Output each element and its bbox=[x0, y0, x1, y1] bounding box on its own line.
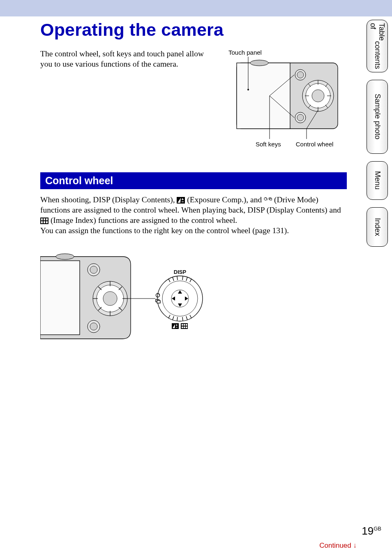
camera-diagram-top: Touch panel bbox=[224, 49, 347, 148]
diagram-bottom-labels: Soft keys Control wheel bbox=[224, 141, 347, 148]
tab-table-of-contents[interactable]: Table of contents bbox=[367, 20, 388, 72]
svg-rect-29 bbox=[182, 198, 183, 200]
tab-label: Table of bbox=[369, 23, 386, 41]
tab-label: contents bbox=[373, 41, 382, 69]
camera-top-illustration bbox=[224, 57, 339, 139]
top-color-band bbox=[0, 0, 392, 16]
svg-point-19 bbox=[247, 89, 249, 90]
svg-line-67 bbox=[182, 276, 183, 280]
svg-line-72 bbox=[177, 317, 178, 321]
svg-point-2 bbox=[250, 60, 268, 66]
tab-sample-photo[interactable]: Sample photo bbox=[367, 80, 388, 154]
svg-rect-95 bbox=[186, 326, 187, 328]
svg-rect-42 bbox=[46, 221, 48, 223]
page-title: Operating the camera bbox=[40, 20, 347, 40]
svg-rect-94 bbox=[184, 326, 185, 328]
control-wheel-paragraph: When shooting, DISP (Display Contents), … bbox=[40, 195, 347, 226]
svg-rect-37 bbox=[41, 218, 43, 220]
svg-rect-35 bbox=[270, 199, 272, 200]
label-control-wheel: Control wheel bbox=[296, 141, 334, 148]
svg-point-48 bbox=[90, 323, 97, 330]
svg-line-66 bbox=[177, 276, 178, 280]
page-number-suffix: GB bbox=[374, 526, 381, 532]
svg-rect-87 bbox=[176, 324, 177, 326]
page-number: 19GB bbox=[362, 525, 381, 537]
svg-rect-41 bbox=[44, 221, 45, 223]
label-touch-panel: Touch panel bbox=[228, 49, 347, 56]
svg-point-51 bbox=[103, 292, 117, 306]
svg-rect-91 bbox=[184, 324, 185, 326]
page-number-value: 19 bbox=[362, 525, 374, 537]
svg-rect-30 bbox=[182, 201, 184, 202]
svg-rect-38 bbox=[44, 218, 45, 220]
image-index-icon bbox=[40, 218, 48, 224]
svg-rect-1 bbox=[237, 63, 290, 129]
section-heading-control-wheel: Control wheel bbox=[40, 172, 347, 189]
svg-rect-88 bbox=[176, 327, 178, 327]
tab-label: Index bbox=[373, 218, 382, 236]
text-segment: (Exposure Comp.), and bbox=[185, 195, 264, 204]
intro-paragraph: The control wheel, soft keys and touch p… bbox=[40, 49, 217, 148]
tab-label: Sample photo bbox=[373, 94, 382, 139]
svg-rect-92 bbox=[186, 324, 187, 326]
svg-line-73 bbox=[182, 317, 183, 321]
svg-rect-90 bbox=[182, 324, 183, 326]
svg-rect-40 bbox=[41, 221, 43, 223]
tab-menu[interactable]: Menu bbox=[367, 161, 388, 200]
control-wheel-diagram: DISP bbox=[40, 252, 205, 343]
svg-point-46 bbox=[90, 266, 97, 273]
svg-point-44 bbox=[56, 254, 74, 259]
svg-text:/: / bbox=[267, 197, 269, 201]
text-segment: (Image Index) functions are assigned to … bbox=[48, 216, 237, 225]
tab-label: Menu bbox=[373, 171, 382, 190]
continued-indicator: Continued ↓ bbox=[319, 542, 357, 550]
side-nav-tabs: Table of contents Sample photo Menu Inde… bbox=[367, 20, 388, 247]
control-wheel-paragraph-2: You can assign the functions to the righ… bbox=[40, 226, 347, 236]
tab-index[interactable]: Index bbox=[367, 207, 388, 247]
text-segment: When shooting, DISP (Display Contents), bbox=[40, 195, 177, 204]
svg-rect-43 bbox=[40, 261, 80, 335]
main-content: Operating the camera The control wheel, … bbox=[40, 16, 347, 343]
svg-point-9 bbox=[312, 90, 324, 102]
drive-mode-icon: / bbox=[264, 197, 272, 204]
svg-point-6 bbox=[297, 114, 304, 121]
svg-point-4 bbox=[297, 72, 304, 78]
disp-label: DISP bbox=[174, 269, 187, 275]
intro-row: The control wheel, soft keys and touch p… bbox=[40, 49, 347, 148]
svg-rect-83 bbox=[157, 301, 160, 303]
svg-rect-39 bbox=[46, 218, 48, 220]
label-soft-keys: Soft keys bbox=[256, 141, 281, 148]
exposure-comp-icon bbox=[177, 197, 185, 204]
svg-rect-93 bbox=[182, 326, 183, 328]
